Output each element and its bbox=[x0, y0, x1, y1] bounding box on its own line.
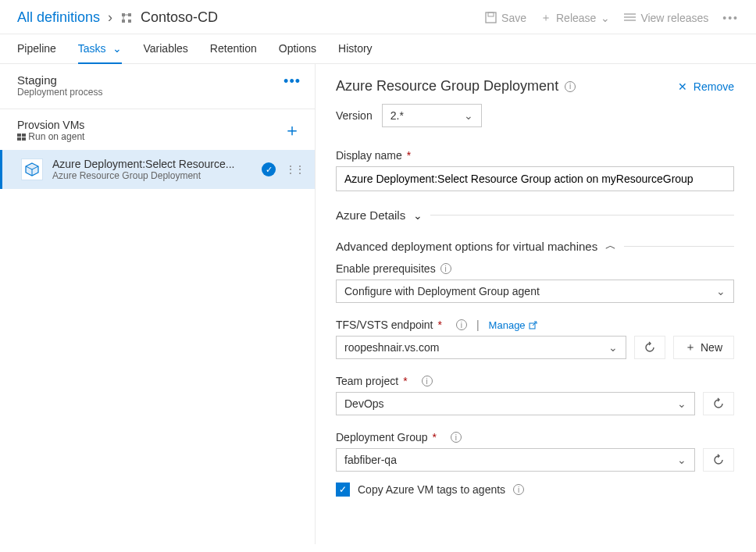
display-name-label: Display name bbox=[336, 149, 402, 162]
enable-prereq-value: Configure with Deployment Group agent bbox=[344, 285, 540, 297]
section-advanced-label: Advanced deployment options for virtual … bbox=[336, 240, 597, 253]
ellipsis-icon: ••• bbox=[284, 73, 301, 89]
view-releases-label: View releases bbox=[640, 12, 708, 24]
required-asterisk: * bbox=[433, 431, 437, 443]
separator: | bbox=[476, 319, 480, 331]
stage-name[interactable]: Staging bbox=[17, 73, 102, 87]
divider bbox=[624, 246, 734, 247]
svg-rect-3 bbox=[128, 20, 131, 23]
chevron-down-icon: ⌄ bbox=[716, 285, 726, 297]
tab-variables[interactable]: Variables bbox=[144, 42, 188, 63]
enable-prereq-label: Enable prerequisites bbox=[336, 262, 436, 275]
section-advanced-options[interactable]: Advanced deployment options for virtual … bbox=[336, 239, 734, 253]
stage-more-button[interactable]: ••• bbox=[284, 73, 301, 90]
section-azure-details[interactable]: Azure Details ⌄ bbox=[336, 208, 734, 222]
version-select[interactable]: 2.* ⌄ bbox=[382, 104, 482, 127]
remove-task-button[interactable]: ✕ Remove bbox=[678, 80, 734, 93]
chevron-right-icon: › bbox=[108, 9, 112, 26]
endpoint-value: roopeshnair.vs.com bbox=[344, 341, 439, 354]
chevron-down-icon: ⌄ bbox=[608, 341, 618, 354]
svg-rect-6 bbox=[486, 12, 496, 23]
pipeline-icon bbox=[120, 12, 133, 24]
new-endpoint-button[interactable]: ＋ New bbox=[673, 336, 734, 359]
job-name: Provsion VMs bbox=[17, 119, 84, 131]
check-icon: ✓ bbox=[262, 162, 276, 176]
required-asterisk: * bbox=[407, 149, 411, 162]
refresh-button[interactable] bbox=[703, 448, 734, 472]
save-icon bbox=[485, 12, 497, 23]
refresh-button[interactable] bbox=[634, 336, 665, 359]
ellipsis-icon: ••• bbox=[722, 12, 739, 24]
remove-label: Remove bbox=[694, 80, 734, 93]
release-button[interactable]: ＋ Release ⌄ bbox=[540, 11, 610, 25]
job-agent-label: Run on agent bbox=[17, 131, 84, 142]
info-icon[interactable]: i bbox=[513, 484, 524, 495]
task-title: Azure Deployment:Select Resource... bbox=[52, 158, 252, 170]
refresh-icon bbox=[712, 454, 725, 466]
task-item[interactable]: Azure Deployment:Select Resource... Azur… bbox=[0, 150, 315, 189]
view-releases-button[interactable]: View releases bbox=[624, 12, 708, 24]
plus-icon: ＋ bbox=[685, 340, 696, 354]
info-icon[interactable]: i bbox=[451, 432, 462, 443]
team-project-value: DevOps bbox=[344, 397, 384, 410]
manage-endpoint-link[interactable]: Manage bbox=[489, 319, 537, 331]
add-task-button[interactable]: ＋ bbox=[284, 119, 301, 142]
new-label: New bbox=[701, 341, 722, 354]
endpoint-label: TFS/VSTS endpoint bbox=[336, 319, 433, 331]
divider bbox=[430, 215, 734, 215]
info-icon[interactable]: i bbox=[440, 263, 451, 274]
tab-bar: Pipeline Tasks ⌄ Variables Retention Opt… bbox=[0, 34, 756, 64]
tab-tasks-label: Tasks bbox=[78, 42, 106, 55]
svg-rect-1 bbox=[128, 13, 131, 16]
team-project-select[interactable]: DevOps ⌄ bbox=[336, 392, 695, 415]
svg-rect-13 bbox=[17, 137, 21, 141]
svg-rect-14 bbox=[22, 137, 26, 141]
close-icon: ✕ bbox=[678, 80, 687, 93]
pipeline-title: Contoso-CD bbox=[141, 9, 218, 26]
external-link-icon bbox=[529, 321, 537, 329]
tab-options[interactable]: Options bbox=[279, 42, 316, 63]
chevron-down-icon: ⌄ bbox=[112, 42, 122, 55]
version-label: Version bbox=[336, 109, 373, 122]
plus-icon: ＋ bbox=[540, 11, 551, 25]
info-icon[interactable]: i bbox=[565, 81, 576, 92]
release-label: Release bbox=[556, 12, 596, 24]
chevron-down-icon: ⌄ bbox=[601, 12, 610, 24]
info-icon[interactable]: i bbox=[456, 319, 467, 330]
tab-tasks[interactable]: Tasks ⌄ bbox=[78, 42, 122, 64]
breadcrumb-all-definitions[interactable]: All definitions bbox=[17, 9, 100, 26]
refresh-icon bbox=[644, 341, 656, 354]
breadcrumb: All definitions › Contoso-CD bbox=[17, 9, 218, 26]
drag-handle[interactable]: ⋮⋮ bbox=[285, 163, 304, 176]
deployment-group-label: Deployment Group bbox=[336, 431, 428, 443]
copy-tags-checkbox[interactable]: ✓ bbox=[336, 483, 350, 497]
info-icon[interactable]: i bbox=[422, 376, 433, 386]
more-actions-button[interactable]: ••• bbox=[722, 12, 739, 24]
required-asterisk: * bbox=[403, 375, 407, 387]
save-button[interactable]: Save bbox=[485, 12, 526, 24]
chevron-down-icon: ⌄ bbox=[464, 109, 473, 122]
deployment-group-select[interactable]: fabfiber-qa ⌄ bbox=[336, 448, 695, 472]
svg-rect-12 bbox=[22, 134, 26, 137]
manage-label: Manage bbox=[489, 319, 526, 331]
svg-rect-7 bbox=[488, 12, 494, 16]
tab-history[interactable]: History bbox=[338, 42, 373, 63]
chevron-up-icon: ︿ bbox=[605, 239, 616, 253]
refresh-button[interactable] bbox=[703, 392, 734, 415]
display-name-input[interactable] bbox=[336, 166, 734, 191]
panel-title: Azure Resource Group Deployment bbox=[336, 78, 558, 94]
enable-prereq-select[interactable]: Configure with Deployment Group agent ⌄ bbox=[336, 280, 734, 303]
chevron-down-icon: ⌄ bbox=[677, 454, 686, 466]
svg-rect-2 bbox=[122, 20, 125, 23]
refresh-icon bbox=[712, 397, 725, 410]
chevron-down-icon: ⌄ bbox=[677, 397, 686, 410]
version-value: 2.* bbox=[390, 109, 404, 122]
toolbar-actions: Save ＋ Release ⌄ View releases ••• bbox=[485, 11, 739, 25]
plus-icon: ＋ bbox=[284, 120, 301, 140]
job-row[interactable]: Provsion VMs Run on agent ＋ bbox=[0, 109, 315, 150]
tab-retention[interactable]: Retention bbox=[210, 42, 257, 63]
copy-tags-label: Copy Azure VM tags to agents bbox=[358, 483, 505, 496]
endpoint-select[interactable]: roopeshnair.vs.com ⌄ bbox=[336, 336, 626, 359]
tab-pipeline[interactable]: Pipeline bbox=[17, 42, 56, 63]
task-subtitle: Azure Resource Group Deployment bbox=[52, 170, 252, 181]
